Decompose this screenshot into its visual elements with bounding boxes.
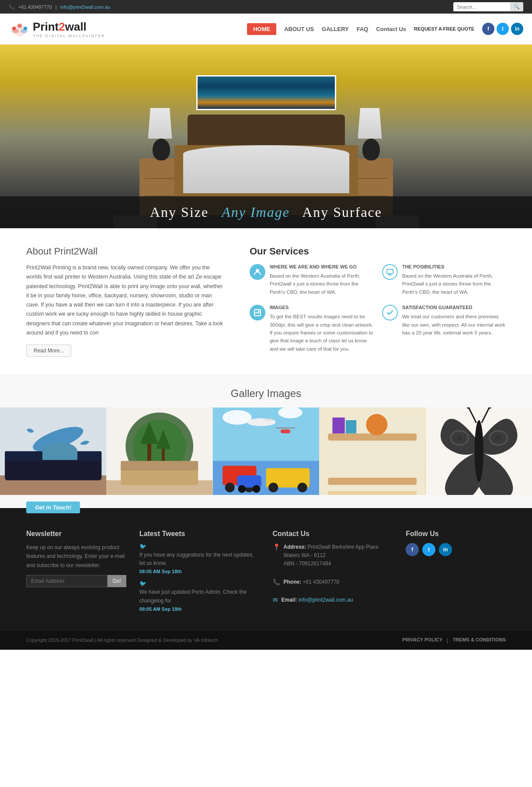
svg-point-45 bbox=[253, 485, 261, 493]
follow-heading: Follow Us bbox=[406, 530, 506, 538]
phone-icon: 📞 bbox=[9, 4, 15, 10]
bed-bedding bbox=[183, 145, 349, 193]
twitter-icon[interactable]: t bbox=[497, 23, 509, 35]
svg-rect-49 bbox=[328, 478, 417, 485]
footer-dark: Get in Touch! Newsletter Keep up on our … bbox=[0, 508, 532, 631]
svg-point-11 bbox=[258, 310, 260, 312]
lamp-right bbox=[358, 108, 384, 160]
contact-email-item: ✉ Email: info@print2wall.com.au bbox=[273, 596, 393, 609]
search-input[interactable] bbox=[453, 3, 510, 11]
terms-conditions-link[interactable]: TREMS & CONDITIONS bbox=[452, 637, 506, 644]
footer-newsletter-col: Newsletter Keep up on our always evolvin… bbox=[26, 530, 126, 618]
tweet-text-1: If you have any suggestions for the next… bbox=[139, 551, 260, 568]
svg-point-5 bbox=[17, 24, 22, 28]
nav-contact[interactable]: Contact Us bbox=[376, 26, 406, 32]
linkedin-icon[interactable]: in bbox=[511, 23, 523, 35]
read-more-button[interactable]: Read More... bbox=[26, 345, 71, 357]
gallery-grid bbox=[0, 407, 532, 495]
svg-point-4 bbox=[24, 27, 27, 30]
twitter-bird-icon-1: 🐦 bbox=[139, 543, 146, 550]
about-services-section: About Print2Wall Print2Wall Printing is … bbox=[0, 228, 532, 374]
phone-value: +61 430497770 bbox=[303, 579, 340, 585]
contact-heading: Contact Us bbox=[273, 530, 393, 538]
get-in-touch-badge[interactable]: Get in Touch! bbox=[26, 501, 80, 513]
nav-faq[interactable]: FAQ bbox=[357, 26, 369, 32]
nav-gallery[interactable]: GALLERY bbox=[322, 26, 349, 32]
address-label: Address: bbox=[284, 544, 306, 550]
newsletter-submit-button[interactable]: Go! bbox=[108, 575, 126, 587]
footer-facebook-icon[interactable]: f bbox=[406, 543, 419, 556]
tweet-time-2: 08:05 AM Sep 18th bbox=[139, 606, 260, 612]
svg-point-69 bbox=[457, 435, 462, 440]
service-item-4: SATISFACTION GUARANTEED We treat our cus… bbox=[382, 305, 506, 353]
nav-home[interactable]: HOME bbox=[247, 23, 276, 35]
logo-splash-icon bbox=[9, 18, 31, 40]
privacy-policy-link[interactable]: PRIVACY POLICY bbox=[402, 637, 442, 644]
topbar-left: 📞 +61.430497770 | info@print2wall.com.au bbox=[9, 4, 110, 10]
about-heading: About Print2Wall bbox=[26, 246, 223, 257]
svg-point-38 bbox=[225, 483, 234, 492]
facebook-icon[interactable]: f bbox=[482, 23, 494, 35]
topbar-email[interactable]: info@print2wall.com.au bbox=[60, 4, 111, 10]
copyright-text: Copyright 2015-2017 Print2wall | All rig… bbox=[26, 637, 218, 643]
map-pin-icon: 📍 bbox=[273, 543, 280, 550]
gallery-item-1[interactable] bbox=[0, 407, 106, 495]
footer-linkedin-icon[interactable]: in bbox=[439, 543, 452, 556]
footer-twitter-icon[interactable]: t bbox=[422, 543, 435, 556]
services-heading-bold: Our bbox=[250, 246, 267, 257]
svg-rect-22 bbox=[147, 442, 151, 461]
service-item-3: IMAGES To get the BEST results images ne… bbox=[250, 305, 373, 353]
svg-point-3 bbox=[12, 27, 16, 30]
search-box: 🔍 bbox=[453, 2, 523, 11]
hero-caption: Any Size Any Image Any Surface bbox=[0, 196, 532, 228]
gallery-item-2[interactable] bbox=[106, 407, 212, 495]
footer-contact-col: Contact Us 📍 Address: Print2wall Berkshi… bbox=[273, 530, 393, 618]
service-content-1: WHERE WE ARE AND WHERE WE GO Based on th… bbox=[270, 264, 373, 296]
svg-rect-58 bbox=[328, 491, 417, 495]
logo-tagline: THE DIGITAL WALLPAINTER bbox=[33, 34, 105, 38]
service-content-2: THE POSIBILITIES Based on the Western Au… bbox=[402, 264, 506, 296]
svg-rect-16 bbox=[5, 451, 101, 461]
service-item-1: WHERE WE ARE AND WHERE WE GO Based on th… bbox=[250, 264, 373, 296]
tweet-time-1: 08:05 AM Sep 18th bbox=[139, 569, 260, 574]
logo-wall: wall bbox=[65, 20, 87, 33]
gallery-item-3[interactable] bbox=[213, 407, 319, 495]
phone-number: +61.430497770 bbox=[18, 4, 52, 10]
svg-point-33 bbox=[247, 418, 275, 426]
contact-phone: Phone: +61 430497770 bbox=[284, 578, 340, 586]
svg-point-44 bbox=[238, 485, 246, 493]
nav-quote[interactable]: REQUEST A FREE QUOTE bbox=[414, 26, 474, 31]
hero-any-size: Any Size bbox=[150, 204, 209, 220]
service-title-1: WHERE WE ARE AND WHERE WE GO bbox=[270, 264, 373, 269]
service-icon-1 bbox=[250, 264, 265, 280]
service-body-4: We treat our customers and there premise… bbox=[402, 313, 506, 337]
phone-label: Phone: bbox=[284, 579, 302, 585]
footer-follow-col: Follow Us f t in bbox=[406, 530, 506, 618]
hero-any-image: Any Image bbox=[222, 204, 290, 220]
footer-bottom-links: PRIVACY POLICY | TREMS & CONDITIONS bbox=[402, 637, 506, 644]
newsletter-form: Go! bbox=[26, 575, 126, 587]
svg-rect-54 bbox=[333, 418, 345, 434]
search-button[interactable]: 🔍 bbox=[510, 2, 523, 11]
about-body: Print2Wall Printing is a brand new, loca… bbox=[26, 263, 223, 338]
hero-caption-text: Any Size Any Image Any Surface bbox=[150, 204, 382, 220]
gallery-item-4[interactable] bbox=[319, 407, 425, 495]
service-title-3: IMAGES bbox=[270, 305, 373, 310]
tweets-heading: Latest Tweets bbox=[139, 530, 260, 538]
gallery-item-5[interactable] bbox=[426, 407, 532, 495]
wall-art bbox=[196, 75, 336, 110]
topbar: 📞 +61.430497770 | info@print2wall.com.au… bbox=[0, 0, 532, 14]
email-link[interactable]: info@print2wall.com.au bbox=[299, 597, 353, 603]
tweet-item-1: 🐦 If you have any suggestions for the ne… bbox=[139, 543, 260, 574]
service-item-2: THE POSIBILITIES Based on the Western Au… bbox=[382, 264, 506, 296]
contact-email: Email: info@print2wall.com.au bbox=[282, 596, 353, 604]
newsletter-email-input[interactable] bbox=[26, 575, 108, 587]
newsletter-body: Keep up on our always evolving product f… bbox=[26, 543, 126, 570]
footer-link-separator: | bbox=[447, 637, 448, 644]
footer-social-icons: f t in bbox=[406, 543, 506, 556]
tweet-text-2: We have just updated Porto Admin. Check … bbox=[139, 588, 260, 605]
service-icon-4 bbox=[382, 305, 398, 320]
gallery-title: Gallery Images bbox=[0, 387, 532, 400]
main-nav: HOME ABOUT US GALLERY FAQ Contact Us REQ… bbox=[247, 23, 523, 35]
nav-about[interactable]: ABOUT US bbox=[284, 26, 314, 32]
